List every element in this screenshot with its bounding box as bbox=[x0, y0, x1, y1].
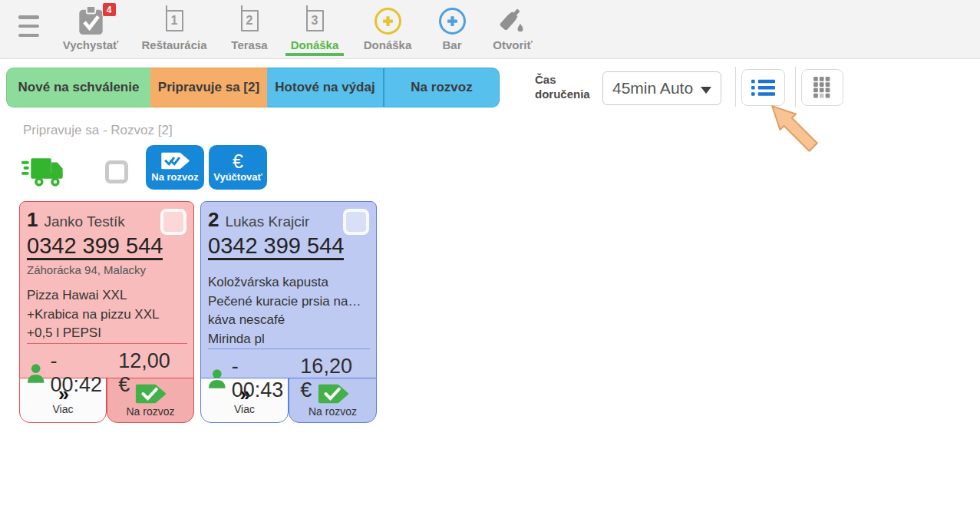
order-card-1: 1 Janko Testík 0342 399 544 Záhorácka 94… bbox=[19, 201, 194, 423]
list-icon bbox=[751, 78, 775, 97]
list-view-button[interactable] bbox=[741, 69, 785, 106]
plus-circle-blue-icon bbox=[439, 5, 466, 36]
order-items: Koložvárska kapusta Pečené kuracie prsia… bbox=[208, 273, 370, 349]
customer-name: Lukas Krajcir bbox=[225, 213, 309, 230]
pos-delivery-screen: 4 Vychystať 1 Reštaurácia 2 Terasa 3 bbox=[0, 0, 980, 522]
nav-item-vychystat[interactable]: 4 Vychystať bbox=[57, 0, 124, 59]
room-1-icon: 1 bbox=[166, 5, 183, 36]
nav-item-donaska-active[interactable]: 3 Donáška bbox=[284, 0, 345, 59]
order-item: +Krabica na pizzu XXL bbox=[27, 306, 187, 325]
delivery-time-label: Čas doručenia bbox=[535, 72, 599, 101]
tab-hotove-na-vydaj[interactable]: Hotové na výdaj bbox=[267, 68, 383, 107]
order-item: Mirinda pl bbox=[208, 330, 370, 349]
order-cards: 1 Janko Testík 0342 399 544 Záhorácka 94… bbox=[19, 201, 377, 423]
tag-doublecheck-icon bbox=[160, 152, 190, 170]
order-card-body[interactable]: 1 Janko Testík 0342 399 544 Záhorácka 94… bbox=[19, 201, 194, 378]
delivery-time-select[interactable]: 45min Auto bbox=[602, 71, 721, 105]
order-item: Pizza Hawai XXL bbox=[27, 286, 187, 306]
nav-item-restauracia[interactable]: 1 Reštaurácia bbox=[136, 0, 213, 59]
order-number: 1 bbox=[27, 208, 38, 232]
notification-badge: 4 bbox=[102, 2, 117, 17]
main-nav: 4 Vychystať 1 Reštaurácia 2 Terasa 3 bbox=[57, 0, 540, 59]
elapsed-time: - 00:42 bbox=[50, 349, 113, 397]
order-info-row: - 00:42 12,00 € bbox=[27, 343, 187, 397]
nav-item-bar[interactable]: Otvoriť Bar bbox=[431, 0, 474, 59]
keypad-icon bbox=[813, 77, 831, 99]
order-checkbox[interactable] bbox=[343, 209, 369, 235]
order-card-2: 2 Lukas Krajcir 0342 399 544 Koložvárska… bbox=[200, 201, 377, 423]
order-card-body[interactable]: 2 Lukas Krajcir 0342 399 544 Koložvárska… bbox=[200, 201, 377, 378]
euro-icon: € bbox=[233, 153, 243, 170]
topbar: 4 Vychystať 1 Reštaurácia 2 Terasa 3 bbox=[0, 0, 980, 59]
nav-item-terasa[interactable]: 2 Terasa bbox=[223, 0, 276, 59]
nav-item-donaska-new[interactable]: Donáška bbox=[356, 0, 419, 59]
person-icon bbox=[208, 368, 226, 388]
pointer-arrow-annotation bbox=[765, 100, 823, 157]
phone-link[interactable]: 0342 399 544 bbox=[208, 233, 344, 260]
keypad-button[interactable] bbox=[801, 69, 843, 106]
order-info-row: - 00:43 16,20 € bbox=[208, 349, 370, 402]
menu-icon[interactable] bbox=[18, 15, 39, 37]
delivery-truck-icon bbox=[21, 153, 66, 190]
room-3-icon: 3 bbox=[306, 5, 324, 36]
order-item: Koložvárska kapusta bbox=[208, 273, 370, 292]
divider bbox=[735, 67, 736, 107]
status-tabs: Nové na schválenie Pripravuje sa [2] Hot… bbox=[6, 68, 500, 107]
phone-link[interactable]: 0342 399 544 bbox=[27, 233, 163, 260]
order-price: 16,20 € bbox=[300, 355, 370, 402]
customer-address: Záhorácka 94, Malacky bbox=[27, 263, 187, 276]
order-item: káva nescafé bbox=[208, 311, 370, 330]
delivery-time-value: 45min Auto bbox=[612, 79, 693, 97]
order-item: Pečené kuracie prsia na… bbox=[208, 292, 370, 312]
order-item: +0,5 l PEPSI bbox=[27, 324, 187, 343]
tab-nove-na-schvalenie[interactable]: Nové na schválenie bbox=[6, 68, 150, 107]
tab-na-rozvoz[interactable]: Na rozvoz bbox=[383, 68, 500, 107]
room-2-icon: 2 bbox=[241, 5, 259, 36]
elapsed-time: - 00:43 bbox=[232, 355, 295, 402]
clipboard-check-icon: 4 bbox=[78, 5, 104, 36]
customer-name: Janko Testík bbox=[44, 213, 124, 230]
order-price: 12,00 € bbox=[118, 349, 187, 397]
chevron-down-icon bbox=[701, 87, 711, 94]
bulk-na-rozvoz-button[interactable]: Na rozvoz bbox=[146, 145, 204, 190]
bulk-vyuctovat-button[interactable]: € Vyúčtovať bbox=[209, 145, 267, 190]
person-icon bbox=[27, 363, 45, 383]
order-items: Pizza Hawai XXL +Krabica na pizzu XXL +0… bbox=[27, 286, 187, 343]
tab-pripravuje-sa[interactable]: Pripravuje sa [2] bbox=[150, 68, 267, 107]
order-number: 2 bbox=[208, 208, 219, 232]
order-checkbox[interactable] bbox=[160, 209, 186, 235]
bottle-icon bbox=[500, 5, 526, 36]
plus-circle-yellow-icon bbox=[375, 5, 401, 36]
nav-item-otvorit[interactable]: Otvoriť bbox=[485, 0, 540, 59]
select-all-checkbox[interactable] bbox=[105, 160, 128, 183]
divider bbox=[795, 67, 796, 107]
section-title: Pripravuje sa - Rozvoz [2] bbox=[23, 123, 173, 138]
